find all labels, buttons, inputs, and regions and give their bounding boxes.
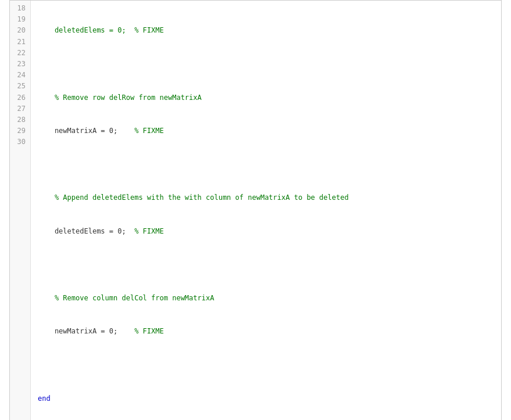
- code-editor: 18 19 20 21 22 23 24 25 26 27 28 29 30 d…: [9, 0, 502, 420]
- code-content: deletedElems = 0; % FIXME % Remove row d…: [31, 1, 501, 420]
- line-numbers: 18 19 20 21 22 23 24 25 26 27 28 29 30: [10, 1, 31, 420]
